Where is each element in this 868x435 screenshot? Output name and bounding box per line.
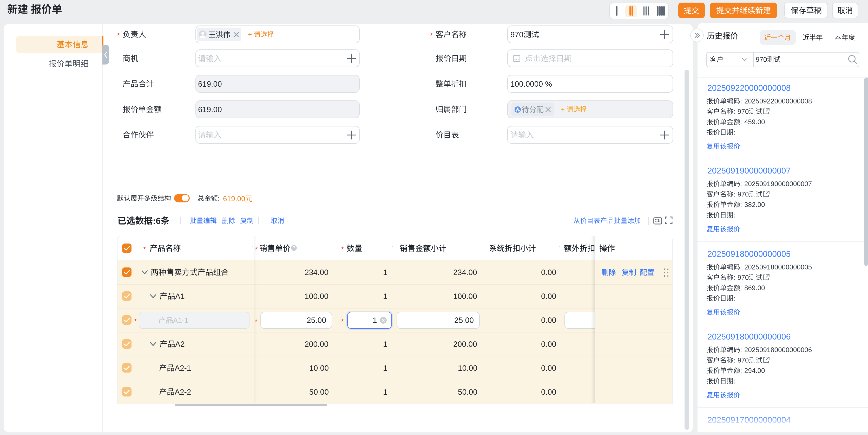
svg-text:?: ?: [293, 245, 295, 250]
